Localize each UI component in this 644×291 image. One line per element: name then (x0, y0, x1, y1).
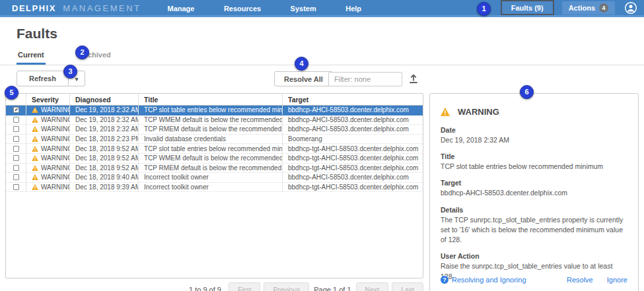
title-cell: TCP RMEM default is below the recommende… (138, 125, 282, 134)
diagnosed-cell: Dec 19, 2018 2:32 AM (69, 125, 138, 134)
row-checkbox[interactable] (13, 136, 19, 142)
title-cell: TCP RMEM default is below the recommende… (138, 164, 282, 173)
callout-2: 2 (75, 46, 89, 59)
nav-item-system[interactable]: System (291, 5, 316, 13)
warning-icon (32, 136, 38, 142)
upload-icon[interactable] (408, 73, 419, 84)
title-cell: Invalid database credentials (138, 135, 282, 144)
refresh-button[interactable]: Refresh (17, 71, 69, 86)
faults-button[interactable]: Faults (9) (501, 0, 554, 15)
details-target-group: Target bbdhcp-AHCI-58503.dcenter.delphix… (441, 179, 627, 198)
details-title-group: Title TCP slot table entries below recom… (441, 152, 627, 172)
pagination-range: 1 to 9 of 9 (189, 286, 221, 291)
delphix-logo: DELPHIX MANAGEMENT (12, 2, 141, 14)
diagnosed-cell: Dec 18, 2018 9:39 AM (69, 183, 138, 192)
row-checkbox[interactable] (13, 184, 19, 190)
previous-page-button[interactable]: Previous (264, 282, 309, 291)
severity-cell: WARNING (41, 164, 69, 172)
target-cell: bbdhcp-tgt-AHCI-58503.dcenter.delphix.co… (282, 144, 423, 153)
ignore-link[interactable]: Ignore (607, 276, 627, 284)
column-header-severity[interactable]: Severity (26, 94, 69, 105)
details-footer: ? Resolving and Ignoring Resolve Ignore (441, 276, 627, 284)
table-row[interactable]: WARNING Dec 18, 2018 9:52 AM TCP slot ta… (6, 144, 423, 154)
target-cell: bbdhcp-AHCI-58503.dcenter.delphix.com (282, 173, 423, 182)
filter-input[interactable] (328, 72, 402, 86)
callout-6: 6 (520, 85, 534, 99)
target-cell: bbdhcp-tgt-AHCI-58503.dcenter.delphix.co… (282, 183, 423, 192)
title-cell: TCP slot table entries below recommended… (138, 144, 282, 153)
table-row[interactable]: WARNING Dec 18, 2018 9:52 AM TCP WMEM de… (6, 154, 423, 164)
faults-table: Severity Diagnosed Title Target WARNING … (5, 93, 423, 278)
actions-button[interactable]: Actions 4 (562, 1, 615, 15)
severity-cell: WARNING (41, 174, 69, 181)
table-row[interactable]: WARNING Dec 18, 2018 9:39 AM Incorrect t… (6, 183, 423, 193)
severity-cell: WARNING (41, 154, 69, 162)
help-link[interactable]: ? Resolving and Ignoring (441, 276, 526, 284)
details-date-value: Dec 19, 2018 2:32 AM (441, 135, 627, 145)
next-page-button[interactable]: Next (356, 282, 389, 291)
table-row[interactable]: WARNING Dec 19, 2018 2:32 AM TCP slot ta… (6, 106, 423, 115)
target-cell: Boomerang (282, 135, 423, 144)
nav-menu: Manage Resources System Help (141, 2, 361, 14)
user-avatar-icon[interactable] (624, 1, 637, 15)
table-row[interactable]: WARNING Dec 18, 2018 9:52 AM TCP RMEM de… (6, 164, 423, 174)
question-icon: ? (441, 276, 448, 284)
title-cell: TCP WMEM default is below the recommende… (138, 154, 282, 163)
severity-cell: WARNING (41, 183, 69, 191)
table-row[interactable]: WARNING Dec 19, 2018 2:32 AM TCP WMEM de… (6, 115, 423, 125)
resolve-all-button[interactable]: Resolve All (274, 71, 333, 86)
severity-cell: WARNING (41, 125, 69, 133)
row-checkbox[interactable] (13, 174, 19, 180)
column-header-target[interactable]: Target (282, 94, 423, 105)
tab-bar: Current Archived (0, 49, 644, 65)
diagnosed-cell: Dec 18, 2018 9:52 AM (69, 154, 138, 163)
details-details-label: Details (441, 206, 627, 214)
target-cell: bbdhcp-tgt-AHCI-58503.dcenter.delphix.co… (282, 164, 423, 173)
help-link-label: Resolving and Ignoring (452, 276, 526, 284)
diagnosed-cell: Dec 19, 2018 2:32 AM (69, 106, 138, 115)
row-checkbox[interactable] (13, 117, 19, 123)
nav-item-resources[interactable]: Resources (224, 5, 261, 13)
severity-cell: WARNING (41, 106, 69, 113)
target-cell: bbdhcp-tgt-AHCI-58503.dcenter.delphix.co… (282, 154, 423, 163)
warning-icon (32, 117, 38, 123)
table-header-row: Severity Diagnosed Title Target (6, 94, 423, 106)
nav-item-manage[interactable]: Manage (167, 5, 194, 13)
row-checkbox[interactable] (13, 107, 19, 113)
column-header-diagnosed[interactable]: Diagnosed (69, 94, 138, 105)
warning-icon (32, 165, 38, 171)
column-header-title[interactable]: Title (138, 94, 282, 105)
brand-delphix: DELPHIX (12, 3, 56, 13)
table-body: WARNING Dec 19, 2018 2:32 AM TCP slot ta… (6, 106, 423, 192)
severity-cell: WARNING (41, 135, 69, 143)
row-checkbox[interactable] (13, 155, 19, 161)
fault-details-panel: WARNING Date Dec 19, 2018 2:32 AM Title … (429, 93, 639, 291)
warning-icon (32, 174, 38, 180)
first-page-button[interactable]: First (229, 282, 260, 291)
nav-item-help[interactable]: Help (345, 5, 361, 13)
target-cell: bbdhcp-AHCI-58503.dcenter.delphix.com (282, 115, 423, 125)
title-cell: Incorrect toolkit owner (138, 183, 282, 192)
tab-current[interactable]: Current (17, 49, 46, 65)
details-date-group: Date Dec 19, 2018 2:32 AM (441, 126, 627, 145)
page-title: Faults (17, 26, 644, 42)
diagnosed-cell: Dec 18, 2018 2:23 PM (69, 135, 138, 144)
row-checkbox[interactable] (13, 126, 19, 132)
app-window: DELPHIX MANAGEMENT Manage Resources Syst… (0, 0, 644, 291)
actions-count-badge: 4 (599, 3, 608, 13)
table-row[interactable]: WARNING Dec 18, 2018 9:40 AM Incorrect t… (6, 173, 423, 183)
row-checkbox[interactable] (13, 165, 19, 171)
top-nav: DELPHIX MANAGEMENT Manage Resources Syst… (0, 0, 644, 17)
row-checkbox[interactable] (13, 146, 19, 152)
details-title-value: TCP slot table entries below recommended… (441, 162, 627, 172)
target-cell: bbdhcp-AHCI-58503.dcenter.delphix.com (282, 106, 423, 115)
warning-icon (32, 107, 38, 113)
actions-label: Actions (569, 4, 595, 12)
resolve-link[interactable]: Resolve (567, 276, 593, 284)
table-row[interactable]: WARNING Dec 18, 2018 2:23 PM Invalid dat… (6, 135, 423, 145)
warning-icon (32, 155, 38, 161)
last-page-button[interactable]: Last (392, 282, 423, 291)
severity-cell: WARNING (41, 145, 69, 152)
callout-4: 4 (295, 57, 308, 71)
table-row[interactable]: WARNING Dec 19, 2018 2:32 AM TCP RMEM de… (6, 125, 423, 135)
